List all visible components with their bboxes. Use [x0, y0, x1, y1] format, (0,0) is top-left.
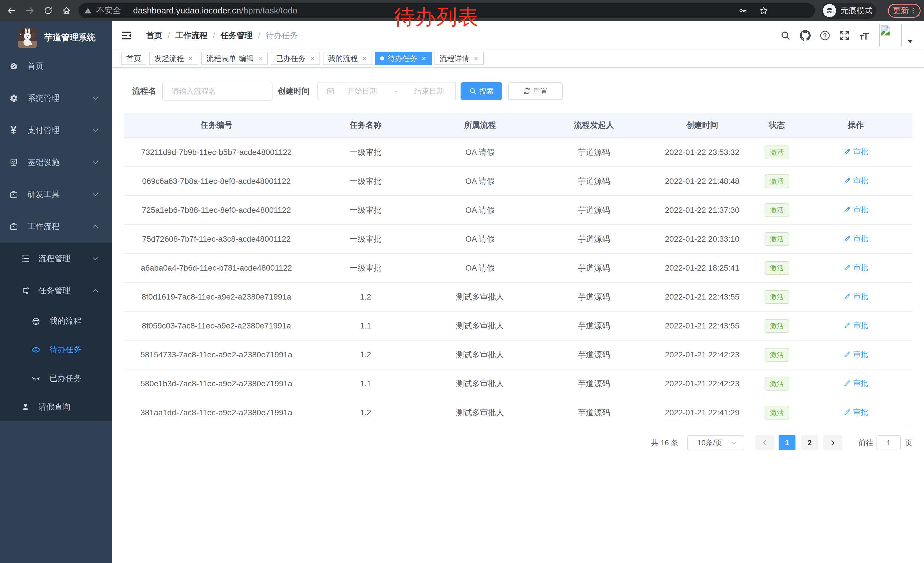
- sidebar-item-5[interactable]: 工作流程: [0, 210, 112, 243]
- tab-0[interactable]: 首页: [121, 52, 146, 65]
- approve-button[interactable]: 审批: [844, 349, 868, 359]
- cell-process: OA 请假: [422, 167, 538, 195]
- tab-6[interactable]: 流程详情×: [435, 52, 484, 65]
- tab-2[interactable]: 流程表单-编辑×: [201, 52, 268, 65]
- approve-button[interactable]: 审批: [844, 320, 868, 330]
- forward-icon: [25, 6, 34, 15]
- sidebar-item-11[interactable]: 请假查询: [0, 393, 112, 421]
- chevron-down-icon: [92, 126, 99, 134]
- browser-home-button[interactable]: [60, 4, 73, 17]
- broken-image-icon: [881, 26, 890, 36]
- approve-button[interactable]: 审批: [844, 378, 868, 388]
- approve-button[interactable]: 审批: [844, 407, 868, 417]
- process-name-input[interactable]: [162, 82, 273, 101]
- tab-4[interactable]: 我的流程×: [323, 52, 372, 65]
- sidebar-item-7[interactable]: 任务管理: [0, 275, 112, 307]
- cell-task-name: 1.2: [309, 398, 422, 427]
- sidebar-item-3[interactable]: 基础设施: [0, 146, 112, 179]
- browser-back-button[interactable]: [5, 4, 18, 17]
- breadcrumb-item-3: 待办任务: [266, 30, 298, 41]
- task-table: 任务编号 任务名称 所属流程 流程发起人 创建时间 状态 操作 73211d9d…: [124, 113, 912, 427]
- app-logo[interactable]: 芋道管理系统: [0, 21, 112, 50]
- cell-created: 2022-01-22 20:33:10: [650, 225, 754, 254]
- breadcrumb-item-0[interactable]: 首页: [146, 30, 162, 41]
- cell-starter: 芋道源码: [538, 138, 650, 167]
- cell-created: 2022-01-21 22:42:23: [650, 369, 754, 398]
- key-icon[interactable]: [738, 6, 747, 15]
- prev-page-button[interactable]: [755, 435, 774, 450]
- chevron-up-icon: [92, 223, 99, 230]
- close-icon[interactable]: ×: [310, 55, 315, 62]
- bookmark-star-icon[interactable]: [759, 6, 768, 15]
- search-button[interactable]: 搜索: [460, 82, 502, 100]
- github-icon[interactable]: [800, 30, 811, 41]
- tab-1[interactable]: 发起流程×: [149, 52, 198, 65]
- user-avatar[interactable]: [879, 24, 902, 47]
- approve-button[interactable]: 审批: [844, 176, 868, 186]
- date-range-picker[interactable]: 开始日期 - 结束日期: [318, 82, 456, 100]
- breadcrumb-item-2[interactable]: 任务管理: [221, 30, 253, 41]
- close-icon[interactable]: ×: [422, 55, 426, 62]
- table-header: 任务编号 任务名称 所属流程 流程发起人 创建时间 状态 操作: [124, 113, 912, 138]
- browser-update-button[interactable]: 更新: [888, 4, 921, 18]
- sidebar-item-9[interactable]: 待办任务: [0, 335, 112, 364]
- search-button-icon: [469, 87, 477, 95]
- page-size-select[interactable]: 10条/页: [687, 435, 744, 450]
- close-icon[interactable]: ×: [362, 55, 367, 62]
- page-number-2[interactable]: 2: [801, 435, 818, 450]
- browser-reload-button[interactable]: [42, 4, 54, 17]
- not-secure-label: 不安全: [96, 5, 121, 17]
- font-size-icon: [859, 30, 870, 41]
- user-menu-caret-icon[interactable]: [908, 40, 912, 43]
- sidebar-item-6[interactable]: 流程管理: [0, 243, 112, 275]
- fullscreen-icon[interactable]: [839, 30, 850, 41]
- font-size-icon[interactable]: [859, 30, 870, 41]
- next-page-button[interactable]: [823, 435, 842, 450]
- sidebar-item-1[interactable]: 系统管理: [0, 82, 112, 114]
- cell-process: OA 请假: [422, 138, 538, 167]
- kebab-menu-icon[interactable]: [909, 7, 916, 14]
- sidebar-item-4[interactable]: 研发工具: [0, 179, 112, 210]
- cell-task-name: 1.1: [309, 311, 422, 340]
- approve-button[interactable]: 审批: [844, 205, 868, 215]
- not-secure-warning-icon: [84, 7, 92, 14]
- approve-button[interactable]: 审批: [844, 263, 868, 273]
- briefcase-icon: [9, 222, 18, 231]
- active-tab-dot: [380, 56, 384, 60]
- sidebar-item-0[interactable]: 首页: [0, 50, 112, 82]
- close-icon[interactable]: ×: [474, 55, 478, 62]
- page-number-1[interactable]: 1: [778, 435, 795, 450]
- browser-forward-button[interactable]: [24, 4, 36, 17]
- sidebar-item-10[interactable]: 已办任务: [0, 364, 112, 393]
- tab-3[interactable]: 已办任务×: [271, 52, 320, 65]
- help-icon[interactable]: [820, 30, 830, 41]
- home-icon: [62, 6, 71, 15]
- close-icon[interactable]: ×: [258, 55, 263, 62]
- approve-button[interactable]: 审批: [844, 291, 868, 302]
- tab-5[interactable]: 待办任务×: [375, 52, 432, 65]
- cell-task-id: 75d72608-7b7f-11ec-a3c8-acde48001122: [124, 225, 309, 254]
- column-header-0: 任务编号: [124, 113, 309, 138]
- sidebar-item-8[interactable]: 我的流程: [0, 307, 112, 335]
- fullscreen-icon: [839, 30, 850, 41]
- sidebar-item-2[interactable]: ¥支付管理: [0, 114, 112, 146]
- reset-button[interactable]: 重置: [508, 82, 563, 100]
- approve-button[interactable]: 审批: [844, 234, 868, 244]
- breadcrumb-item-1[interactable]: 工作流程: [176, 30, 207, 41]
- cell-task-id: 069c6a63-7b8a-11ec-8ef0-acde48001122: [124, 167, 309, 195]
- gear-icon: [9, 94, 18, 102]
- cell-process: 测试多审批人: [422, 398, 538, 427]
- cell-created: 2022-01-22 18:25:41: [650, 254, 754, 282]
- sidebar-collapse-button[interactable]: [122, 31, 131, 41]
- cell-task-id: 580e1b3d-7ac8-11ec-a9e2-a2380e71991a: [124, 369, 309, 398]
- status-badge: 激活: [765, 261, 789, 275]
- cell-created: 2022-01-22 21:37:30: [650, 195, 754, 225]
- column-header-2: 所属流程: [422, 113, 538, 138]
- search-icon[interactable]: [780, 30, 790, 41]
- main-area: 首页 / 工作流程 / 任务管理 / 待办任务 首页 发起流程× 流程表单-编辑…: [112, 21, 924, 563]
- goto-page-input[interactable]: [876, 435, 901, 450]
- approve-button[interactable]: 审批: [844, 147, 868, 157]
- navbar-right: [780, 24, 924, 47]
- annotation-overlay-text: 待办列表: [394, 5, 478, 29]
- close-icon[interactable]: ×: [188, 55, 193, 62]
